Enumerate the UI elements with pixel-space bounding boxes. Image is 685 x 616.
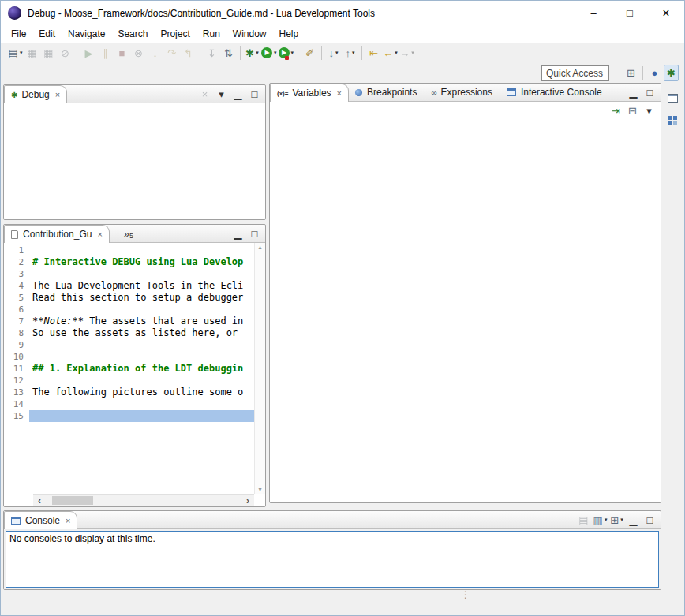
maximize-view-button[interactable]: □	[247, 226, 262, 242]
menu-project[interactable]: Project	[154, 26, 196, 42]
outline-view-button[interactable]	[664, 113, 680, 129]
editor-line-1[interactable]: 1	[4, 245, 254, 256]
toolbar-separator	[298, 46, 298, 60]
editor-horizontal-scrollbar[interactable]: ‹ ›	[33, 494, 254, 506]
open-element-button[interactable]: ✐	[302, 45, 317, 62]
expressions-icon: ∞	[431, 88, 436, 97]
quick-access-box[interactable]: Quick Access	[541, 65, 609, 81]
file-icon	[11, 230, 18, 239]
display-console-button[interactable]: ▥▾	[593, 512, 608, 528]
menu-navigate[interactable]: Navigate	[62, 26, 111, 42]
editor-line-11[interactable]: 11## 1. Explanation of the LDT debuggin	[4, 363, 254, 375]
editor-line-14[interactable]: 14	[4, 398, 254, 410]
last-edit-location-button[interactable]: ⇤	[366, 45, 381, 62]
maximize-view-button[interactable]: □	[642, 84, 657, 101]
window-title: Debug - Moose_Framework/docs/Contributio…	[28, 8, 375, 19]
back-button[interactable]: ←▾	[383, 45, 398, 62]
menu-run[interactable]: Run	[197, 26, 226, 42]
line-number: 10	[4, 351, 29, 363]
editor-line-6[interactable]: 6	[4, 304, 254, 315]
editor-line-3[interactable]: 3	[4, 268, 254, 280]
line-text	[29, 245, 254, 256]
open-perspective-button[interactable]: ⊞	[623, 65, 638, 81]
collapse-all-button[interactable]: ⊟	[625, 103, 640, 119]
scroll-left-icon[interactable]: ‹	[33, 495, 46, 506]
scrollbar-track[interactable]	[46, 495, 241, 506]
menu-help[interactable]: Help	[273, 26, 305, 42]
open-console-button[interactable]: ⊞▾	[609, 512, 624, 528]
close-tab-icon[interactable]: ×	[55, 90, 60, 99]
editor-line-10[interactable]: 10	[4, 351, 254, 363]
tab-debug[interactable]: ✱ Debug ×	[4, 85, 67, 103]
right-panel-window-buttons: ▁□	[625, 84, 661, 101]
tab-variables[interactable]: (x)=Variables×	[270, 84, 349, 102]
tab-console[interactable]: Console ×	[4, 511, 77, 529]
tab-interactive-console[interactable]: Interactive Console	[500, 84, 610, 101]
variables-view-menu-button[interactable]: ▾	[642, 103, 657, 119]
line-number: 4	[4, 280, 29, 292]
new-wizard-button[interactable]: ▤▾	[8, 45, 23, 62]
close-tab-icon[interactable]: ×	[97, 230, 102, 239]
more-editors-chevron[interactable]: »5	[124, 225, 133, 242]
close-window-button[interactable]: ×	[648, 1, 684, 25]
minimize-view-button[interactable]: ▁	[626, 512, 641, 528]
line-text: # Interactive DEBUG using Lua Develop	[29, 256, 254, 268]
maximize-view-button[interactable]: □	[247, 86, 262, 103]
save-all-button: ▦	[41, 45, 56, 62]
restore-view-button[interactable]	[664, 90, 680, 106]
menu-window[interactable]: Window	[226, 26, 273, 42]
close-tab-icon[interactable]: ×	[337, 88, 342, 98]
minimize-window-button[interactable]: –	[575, 1, 612, 25]
menu-edit[interactable]: Edit	[32, 26, 62, 42]
line-number: 15	[4, 410, 29, 422]
toolbar-separator	[200, 46, 200, 60]
minimize-view-button[interactable]: ▁	[230, 86, 245, 103]
previous-annotation-button[interactable]: ↑▾	[342, 45, 357, 62]
debug-view-menu-button[interactable]: ▾	[214, 86, 229, 103]
scroll-up-icon[interactable]: ▴	[258, 244, 261, 251]
interactive-console-icon	[507, 88, 516, 96]
scrollbar-thumb[interactable]	[52, 496, 93, 505]
show-logical-structures-button[interactable]: ⇥	[608, 103, 623, 119]
close-tab-icon[interactable]: ×	[66, 516, 70, 525]
editor-body[interactable]: 12# Interactive DEBUG using Lua Develop3…	[4, 243, 265, 494]
console-body: No consoles to display at this time.	[4, 529, 661, 589]
maximize-view-button[interactable]: □	[642, 512, 657, 528]
editor-line-8[interactable]: 8So use the assets as listed here, or	[4, 327, 254, 339]
tab-expressions[interactable]: ∞Expressions	[425, 84, 500, 101]
scroll-down-icon[interactable]: ▾	[258, 486, 261, 493]
debug-perspective-button[interactable]: ✱	[664, 65, 679, 81]
minimize-view-button[interactable]: ▁	[230, 226, 245, 242]
editor-line-13[interactable]: 13The following pictures outline some o	[4, 386, 254, 398]
run-button[interactable]: ▶▾	[261, 45, 277, 62]
line-text: The Lua Development Tools in the Ecli	[29, 280, 254, 292]
debug-button[interactable]: ✱▾	[245, 45, 260, 62]
editor-line-4[interactable]: 4The Lua Development Tools in the Ecli	[4, 280, 254, 292]
editor-vertical-scrollbar[interactable]: ▴ ▾	[254, 243, 265, 494]
console-message-area[interactable]: No consoles to display at this time.	[6, 531, 659, 588]
console-icon	[11, 517, 21, 525]
external-tools-button[interactable]: ▶▾	[279, 45, 294, 62]
lua-perspective-button[interactable]: ●	[647, 65, 662, 81]
sash-handle[interactable]: ⋮	[461, 592, 470, 599]
tab-contribution-guide[interactable]: Contribution_Gu ×	[4, 225, 110, 243]
minimize-view-button[interactable]: ▁	[626, 84, 641, 101]
editor-line-2[interactable]: 2# Interactive DEBUG using Lua Develop	[4, 256, 254, 268]
editor-line-5[interactable]: 5Read this section to setup a debugger	[4, 292, 254, 304]
variables-content[interactable]	[270, 119, 661, 502]
tab-label: Expressions	[441, 87, 492, 98]
menu-file[interactable]: File	[5, 26, 32, 42]
toolbar-separator	[321, 46, 322, 60]
menu-search[interactable]: Search	[111, 26, 154, 42]
maximize-window-button[interactable]: □	[612, 1, 648, 25]
debug-view-content[interactable]	[4, 103, 265, 219]
editor-line-15[interactable]: 15	[4, 410, 254, 422]
scroll-right-icon[interactable]: ›	[241, 495, 254, 506]
tab-breakpoints[interactable]: Breakpoints	[349, 84, 425, 101]
editor-line-9[interactable]: 9	[4, 339, 254, 351]
next-annotation-button[interactable]: ↓▾	[326, 45, 341, 62]
use-step-filters-button[interactable]: ⇅	[221, 45, 236, 62]
console-message: No consoles to display at this time.	[9, 533, 155, 544]
editor-line-12[interactable]: 12	[4, 375, 254, 386]
editor-line-7[interactable]: 7**Note:** The assets that are used in	[4, 315, 254, 327]
